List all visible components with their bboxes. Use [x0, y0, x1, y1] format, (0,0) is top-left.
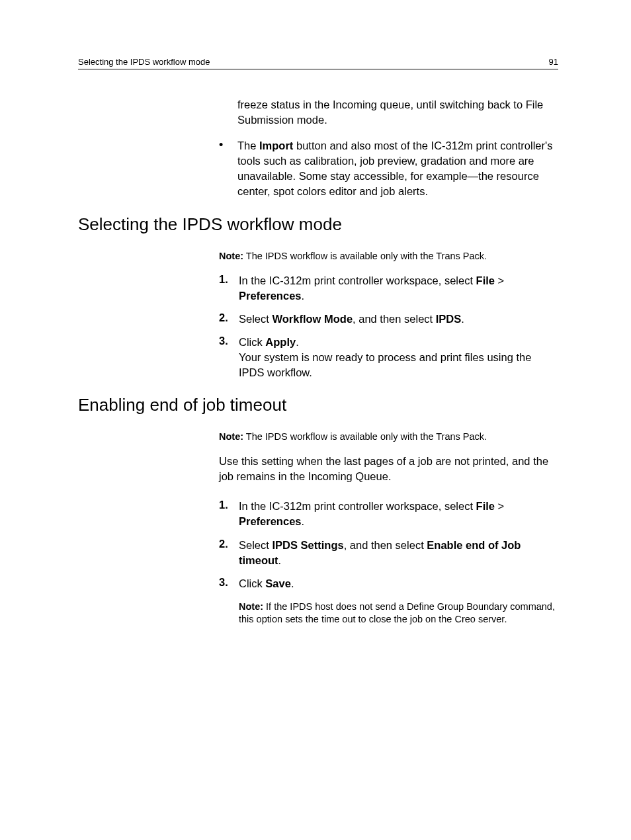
- text-segment: , and then select: [344, 539, 427, 551]
- note-text: The IPDS workflow is available only with…: [243, 251, 487, 261]
- step-item: 3. Click Apply. Your system is now ready…: [219, 335, 558, 380]
- page-number: 91: [549, 57, 558, 67]
- bold-text: Workflow Mode: [272, 313, 353, 325]
- text-segment: Your system is now ready to process and …: [239, 351, 531, 378]
- step-text: Select IPDS Settings, and then select En…: [239, 538, 558, 568]
- bold-text: IPDS: [436, 313, 462, 325]
- note-label: Note:: [239, 601, 263, 612]
- text-segment: >: [495, 274, 504, 286]
- bold-text: File: [476, 500, 495, 512]
- text-segment: , and then select: [353, 313, 436, 325]
- bold-text: File: [476, 274, 495, 286]
- step-item: 2. Select IPDS Settings, and then select…: [219, 538, 558, 568]
- page-container: Selecting the IPDS workflow mode 91 free…: [0, 0, 631, 626]
- step-number: 2.: [219, 538, 239, 568]
- step-item: 1. In the IC-312m print controller works…: [219, 499, 558, 529]
- header-title: Selecting the IPDS workflow mode: [78, 57, 210, 67]
- text-segment: Select: [239, 539, 272, 551]
- text-segment: >: [495, 500, 504, 512]
- note-label: Note:: [219, 431, 243, 442]
- step-number: 1.: [219, 499, 239, 529]
- note-line: Note: The IPDS workflow is available onl…: [219, 431, 558, 442]
- bold-text: Apply: [265, 336, 296, 348]
- text-segment: .: [291, 577, 294, 589]
- step-text: Click Save.: [239, 576, 558, 591]
- step-number: 3.: [219, 576, 239, 591]
- step-text: Select Workflow Mode, and then select IP…: [239, 312, 558, 327]
- text-segment: Click: [239, 577, 265, 589]
- step-item: 2. Select Workflow Mode, and then select…: [219, 312, 558, 327]
- bullet-icon: •: [219, 138, 237, 199]
- page-header: Selecting the IPDS workflow mode 91: [78, 57, 558, 69]
- step-number: 2.: [219, 312, 239, 327]
- note-line: Note: The IPDS workflow is available onl…: [219, 251, 558, 261]
- text-segment: .: [301, 515, 304, 527]
- bullet-text: The Import button and also most of the I…: [237, 138, 558, 199]
- step-text: In the IC-312m print controller workspac…: [239, 273, 558, 304]
- section-heading-2: Enabling end of job timeout: [78, 395, 558, 415]
- text-segment: Click: [239, 336, 265, 348]
- continuation-content: freeze status in the Incoming queue, unt…: [219, 97, 558, 200]
- text-segment: In the IC-312m print controller workspac…: [239, 274, 476, 286]
- text-segment: Select: [239, 313, 272, 325]
- continuation-bullet-text: freeze status in the Incoming queue, unt…: [237, 97, 558, 128]
- step-item: 3. Click Save.: [219, 576, 558, 591]
- bold-text: Import: [259, 140, 293, 151]
- step-text: In the IC-312m print controller workspac…: [239, 499, 558, 529]
- text-segment: .: [296, 336, 299, 348]
- intro-paragraph: Use this setting when the last pages of …: [219, 454, 558, 484]
- note-label: Note:: [219, 251, 243, 261]
- text-segment: .: [278, 554, 282, 566]
- bold-text: Preferences: [239, 515, 301, 527]
- bold-text: IPDS Settings: [272, 539, 343, 551]
- step-number: 3.: [219, 335, 239, 380]
- step-item: 1. In the IC-312m print controller works…: [219, 273, 558, 304]
- bullet-item: • The Import button and also most of the…: [219, 138, 558, 199]
- bold-text: Preferences: [239, 290, 301, 302]
- inner-note: Note: If the IPDS host does not send a D…: [239, 601, 558, 626]
- text-segment: .: [301, 290, 304, 302]
- text-segment: .: [461, 313, 464, 325]
- text-segment: The: [237, 140, 259, 151]
- step-number: 1.: [219, 273, 239, 304]
- section-heading-1: Selecting the IPDS workflow mode: [78, 214, 558, 235]
- text-segment: In the IC-312m print controller workspac…: [239, 500, 476, 512]
- bold-text: Save: [265, 577, 291, 589]
- step-text: Click Apply. Your system is now ready to…: [239, 335, 558, 380]
- note-text: If the IPDS host does not send a Define …: [239, 601, 555, 625]
- note-text: The IPDS workflow is available only with…: [243, 431, 487, 442]
